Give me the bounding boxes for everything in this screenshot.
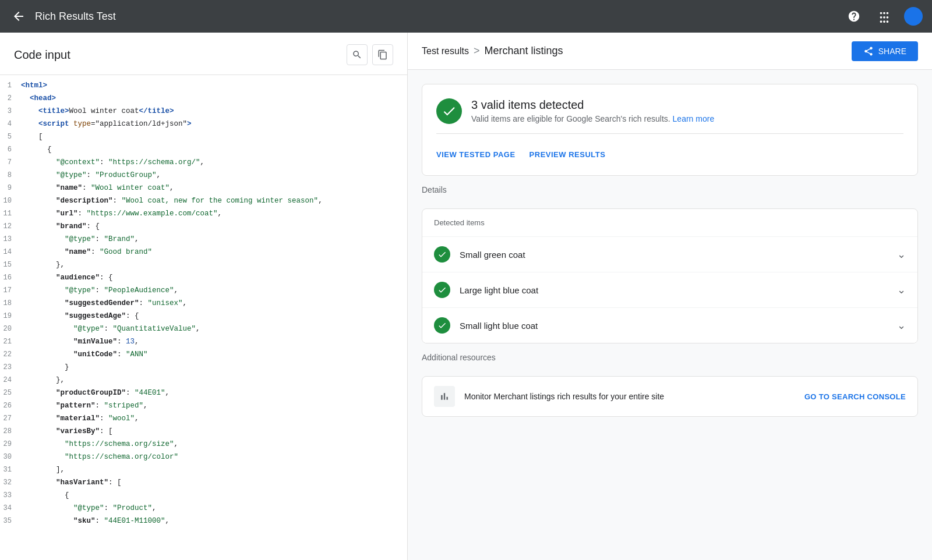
item-label-0: Small green coat (460, 250, 897, 260)
code-line-12: 12 "brand": { (0, 221, 407, 233)
search-button[interactable] (347, 44, 368, 65)
breadcrumb: Test results > Merchant listings (422, 45, 563, 57)
monitor-text: Monitor Merchant listings rich results f… (464, 392, 795, 401)
results-panel: Test results > Merchant listings SHARE (408, 33, 932, 560)
divider (436, 133, 903, 134)
code-line-24: 24 }, (0, 374, 407, 387)
avatar[interactable] (904, 7, 923, 26)
detected-items-card: Detected items Small green coat ⌄ Large … (422, 208, 918, 343)
top-navigation: Rich Results Test (0, 0, 932, 33)
code-line-19: 19 "suggestedAge": { (0, 310, 407, 323)
valid-text: 3 valid items detected Valid items are e… (471, 98, 714, 123)
code-line-22: 22 "unitCode": "ANN" (0, 349, 407, 361)
code-toolbar (347, 44, 393, 65)
code-line-27: 27 "material": "wool", (0, 413, 407, 426)
code-line-29: 29 "https://schema.org/size", (0, 438, 407, 451)
additional-resources-label: Additional resources (422, 353, 918, 362)
valid-check-circle (436, 98, 462, 124)
code-line-14: 14 "name": "Good brand" (0, 246, 407, 259)
chevron-down-icon-2: ⌄ (897, 319, 906, 332)
bar-chart-icon (434, 386, 455, 407)
view-tested-page-button[interactable]: VIEW TESTED PAGE (436, 148, 516, 161)
item-label-1: Large light blue coat (460, 285, 897, 295)
code-line-16: 16 "audience": { (0, 272, 407, 285)
code-line-23: 23 } (0, 361, 407, 374)
code-line-18: 18 "suggestedGender": "unisex", (0, 297, 407, 310)
code-line-31: 31 ], (0, 464, 407, 477)
code-line-11: 11 "url": "https://www.example.com/coat"… (0, 208, 407, 221)
nav-icons (843, 6, 923, 27)
code-line-25: 25 "productGroupID": "44E01", (0, 387, 407, 400)
results-header: Test results > Merchant listings SHARE (408, 33, 932, 70)
go-to-console-link[interactable]: GO TO SEARCH CONSOLE (804, 392, 906, 401)
detected-items-header: Detected items (422, 209, 917, 237)
code-line-8: 8 "@type": "ProductGroup", (0, 169, 407, 182)
learn-more-link[interactable]: Learn more (673, 114, 715, 123)
valid-header: 3 valid items detected Valid items are e… (436, 98, 903, 124)
code-line-1: 1<html> (0, 80, 407, 93)
code-line-13: 13 "@type": "Brand", (0, 233, 407, 246)
action-buttons: VIEW TESTED PAGE PREVIEW RESULTS (436, 143, 903, 161)
code-line-10: 10 "description": "Wool coat, new for th… (0, 195, 407, 208)
share-button[interactable]: SHARE (852, 41, 918, 61)
code-editor[interactable]: 1<html> 2 <head> 3 <title>Wool winter co… (0, 75, 407, 560)
chevron-down-icon-1: ⌄ (897, 283, 906, 296)
help-icon[interactable] (843, 6, 864, 27)
additional-resources-card: Monitor Merchant listings rich results f… (422, 376, 918, 417)
preview-results-button[interactable]: PREVIEW RESULTS (529, 148, 606, 161)
detected-item-2[interactable]: Small light blue coat ⌄ (422, 308, 917, 343)
code-line-3: 3 <title>Wool winter coat</title> (0, 105, 407, 118)
item-check-1 (434, 282, 450, 298)
code-line-30: 30 "https://schema.org/color" (0, 451, 407, 464)
code-line-9: 9 "name": "Wool winter coat", (0, 182, 407, 195)
valid-items-card: 3 valid items detected Valid items are e… (422, 84, 918, 176)
breadcrumb-test-results: Test results (422, 46, 469, 56)
code-line-32: 32 "hasVariant": [ (0, 477, 407, 490)
app-title: Rich Results Test (35, 10, 843, 23)
code-line-33: 33 { (0, 490, 407, 502)
valid-count: 3 valid items detected (471, 98, 714, 112)
results-body: 3 valid items detected Valid items are e… (408, 70, 932, 431)
code-line-6: 6 { (0, 144, 407, 157)
code-line-20: 20 "@type": "QuantitativeValue", (0, 323, 407, 336)
code-line-21: 21 "minValue": 13, (0, 336, 407, 349)
breadcrumb-separator: > (474, 45, 480, 57)
detected-item-1[interactable]: Large light blue coat ⌄ (422, 272, 917, 308)
code-line-4: 4 <script type="application/ld+json"> (0, 118, 407, 131)
share-label: SHARE (878, 47, 906, 56)
item-check-0 (434, 246, 450, 263)
back-button[interactable] (9, 7, 28, 26)
item-check-2 (434, 317, 450, 334)
code-input-label: Code input (14, 48, 70, 62)
code-line-35: 35 "sku": "44E01-M11000", (0, 515, 407, 528)
details-label: Details (422, 185, 918, 194)
item-label-2: Small light blue coat (460, 321, 897, 331)
code-line-26: 26 "pattern": "striped", (0, 400, 407, 413)
breadcrumb-current: Merchant listings (484, 45, 563, 57)
code-panel: Code input 1<html> 2 <head> 3 <title>Woo… (0, 33, 408, 560)
code-line-28: 28 "variesBy": [ (0, 426, 407, 438)
code-line-5: 5 [ (0, 131, 407, 144)
valid-items-section: 3 valid items detected Valid items are e… (422, 84, 917, 175)
code-line-17: 17 "@type": "PeopleAudience", (0, 285, 407, 297)
code-line-15: 15 }, (0, 259, 407, 272)
detected-item-0[interactable]: Small green coat ⌄ (422, 237, 917, 272)
chevron-down-icon-0: ⌄ (897, 248, 906, 261)
code-panel-header: Code input (0, 33, 407, 75)
code-line-34: 34 "@type": "Product", (0, 502, 407, 515)
copy-button[interactable] (372, 44, 393, 65)
grid-icon[interactable] (874, 6, 895, 27)
main-area: Code input 1<html> 2 <head> 3 <title>Woo… (0, 33, 932, 560)
code-line-2: 2 <head> (0, 93, 407, 105)
code-line-7: 7 "@context": "https://schema.org/", (0, 157, 407, 169)
valid-description: Valid items are eligible for Google Sear… (471, 114, 714, 123)
